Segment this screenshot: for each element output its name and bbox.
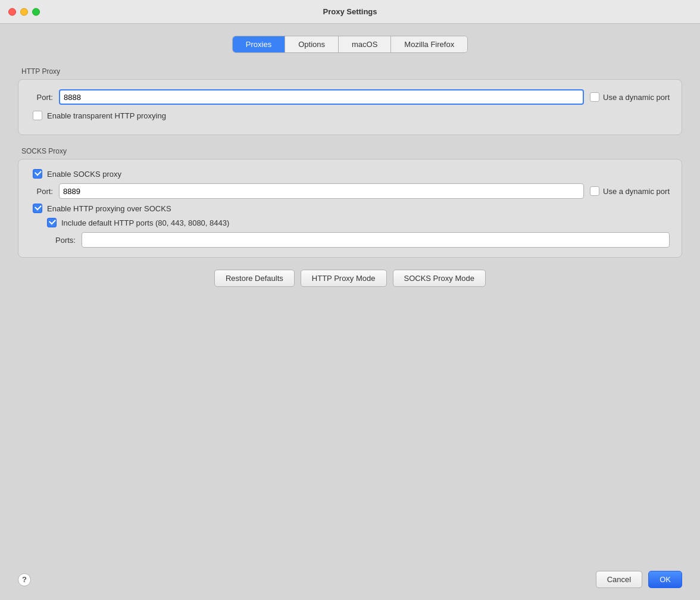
cancel-ok-group: Cancel OK: [596, 571, 682, 588]
include-default-ports-checkbox[interactable]: [47, 218, 57, 227]
socks-dynamic-port-label: Use a dynamic port: [603, 187, 670, 196]
socks-proxy-section-outer: SOCKS Proxy Enable SOCKS proxy Port: Use…: [18, 147, 682, 258]
window-title: Proxy Settings: [323, 7, 377, 16]
tab-firefox[interactable]: Mozilla Firefox: [391, 36, 467, 52]
restore-defaults-button[interactable]: Restore Defaults: [214, 270, 295, 287]
socks-proxy-section-label: SOCKS Proxy: [18, 147, 682, 155]
http-proxy-section-outer: HTTP Proxy Port: Use a dynamic port Enab…: [18, 67, 682, 135]
titlebar: Proxy Settings: [0, 0, 700, 24]
close-button[interactable]: [8, 8, 16, 15]
socks-extra-ports-row: Ports:: [47, 232, 670, 248]
enable-socks-label: Enable SOCKS proxy: [47, 170, 121, 179]
enable-socks-checkbox[interactable]: [33, 169, 42, 179]
tab-options[interactable]: Options: [285, 36, 339, 52]
minimize-button[interactable]: [20, 8, 28, 15]
transparent-proxy-label: Enable transparent HTTP proxying: [47, 111, 166, 120]
transparent-proxy-row: Enable transparent HTTP proxying: [33, 111, 670, 120]
action-buttons-row: Restore Defaults HTTP Proxy Mode SOCKS P…: [18, 270, 682, 287]
main-content: Proxies Options macOS Mozilla Firefox HT…: [0, 24, 700, 571]
enable-socks-row: Enable SOCKS proxy: [33, 169, 670, 179]
footer: ? Cancel OK: [0, 571, 700, 600]
http-over-socks-checkbox[interactable]: [33, 204, 42, 213]
http-dynamic-port-label: Use a dynamic port: [603, 93, 670, 102]
socks-proxy-mode-button[interactable]: SOCKS Proxy Mode: [393, 270, 486, 287]
http-proxy-section-label: HTTP Proxy: [18, 67, 682, 76]
http-port-label: Port:: [30, 93, 53, 102]
http-port-input[interactable]: [59, 89, 584, 105]
socks-dynamic-port-checkbox[interactable]: [590, 186, 599, 196]
help-button[interactable]: ?: [18, 573, 31, 586]
traffic-lights: [8, 8, 40, 15]
socks-dynamic-port-group: Use a dynamic port: [590, 186, 670, 196]
socks-port-input[interactable]: [59, 183, 584, 199]
http-dynamic-port-checkbox[interactable]: [590, 92, 599, 102]
http-over-socks-row: Enable HTTP proxying over SOCKS: [33, 204, 670, 213]
maximize-button[interactable]: [32, 8, 40, 15]
http-proxy-box: Port: Use a dynamic port Enable transpar…: [18, 79, 682, 135]
tab-proxies[interactable]: Proxies: [233, 36, 285, 52]
include-default-ports-row: Include default HTTP ports (80, 443, 808…: [47, 218, 670, 227]
cancel-button[interactable]: Cancel: [596, 571, 642, 588]
transparent-proxy-checkbox[interactable]: [33, 111, 42, 120]
socks-extra-ports-input[interactable]: [82, 232, 670, 248]
include-default-ports-label: Include default HTTP ports (80, 443, 808…: [61, 218, 229, 227]
socks-port-row: Port: Use a dynamic port: [30, 183, 670, 199]
tabs-container: Proxies Options macOS Mozilla Firefox: [232, 36, 468, 53]
socks-port-label: Port:: [30, 187, 53, 196]
http-over-socks-label: Enable HTTP proxying over SOCKS: [47, 204, 171, 213]
ok-button[interactable]: OK: [648, 571, 682, 588]
tabs-bar: Proxies Options macOS Mozilla Firefox: [18, 36, 682, 53]
http-proxy-mode-button[interactable]: HTTP Proxy Mode: [301, 270, 387, 287]
http-port-row: Port: Use a dynamic port: [30, 89, 670, 105]
socks-proxy-box: Enable SOCKS proxy Port: Use a dynamic p…: [18, 159, 682, 258]
tab-macos[interactable]: macOS: [339, 36, 391, 52]
http-dynamic-port-group: Use a dynamic port: [590, 92, 670, 102]
socks-extra-ports-label: Ports:: [47, 236, 76, 245]
